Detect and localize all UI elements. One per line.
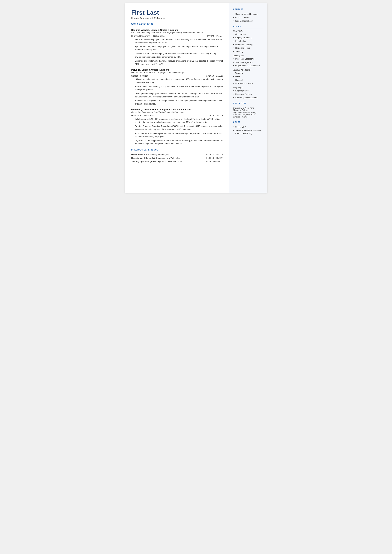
company-name-2: Polyhire, London, United Kingdom (131, 69, 224, 71)
education-block-1: University of New York Master of Science… (233, 107, 263, 118)
technique-talent: Talent Management (233, 61, 263, 64)
company-desc-2: NYSE-listed recruitment and employer bra… (131, 71, 224, 74)
previous-experience-table: Headhunter, ABC Company, London, UK 06/2… (131, 153, 224, 163)
bullet-1-4: Designed and implemented a new employee … (132, 59, 224, 66)
skill-employer-branding: Employer Branding (233, 36, 263, 39)
other-list: SHRM-SCP Senior Professional in Human Re… (233, 126, 263, 135)
company-title-2: Polyhire, (131, 69, 141, 71)
language-spanish: Spanish (Conversational) (233, 96, 263, 99)
other-header: OTHER (233, 121, 263, 124)
job-block-2: Polyhire, London, United Kingdom NYSE-li… (131, 69, 224, 105)
contact-location: Glasgow, United Kingdom (233, 13, 263, 16)
tool-adp: ADP Workforce Now (233, 82, 263, 85)
bullet-1-3: Assisted a team of 450+ employees with d… (132, 52, 224, 58)
prev-exp-row-3: Training Specialist (Internship), ABC, N… (131, 160, 224, 163)
bullet-list-3: Collaborated with 10+ HR managers to imp… (132, 118, 224, 145)
company-desc-3: Career training and membership SaaS with… (131, 111, 224, 113)
bullet-2-2: Initiated an innovative hiring policy th… (132, 85, 224, 91)
technique-personnel: Personnel Leadership (233, 57, 263, 61)
bullet-1-2: Spearheaded a dynamic employee recogniti… (132, 45, 224, 51)
bullet-3-4: Organized screening processes to ensure … (132, 139, 224, 145)
company-desc-1: Education technology startup with 50+ em… (131, 31, 224, 34)
edu-school-1: University of New York (233, 107, 263, 109)
bullet-3-2: Created Standard Operating Procedures (S… (132, 125, 224, 131)
contact-phone: +44 1234567890 (233, 16, 263, 19)
bullet-3-3: Introduced an automated system to monito… (132, 132, 224, 138)
skill-hiring-firing: Hiring and Firing (233, 47, 263, 49)
prev-exp-dates-2: 01/2016 – 05/2017 (182, 156, 224, 160)
candidate-job-title: Human Resources (HR) Manager (131, 17, 224, 19)
bullet-2-4: Identified 430+ applicants to occupy dif… (132, 99, 224, 105)
prev-exp-role-3: Training Specialist (Internship), ABC, N… (131, 160, 182, 163)
technique-org-dev: Organizational Development (233, 64, 263, 67)
bullet-2-3: Developed new employment criteria based … (132, 92, 224, 98)
edu-dates-1: 10/2011 - 06/2014 (233, 116, 263, 118)
role-title-1: Human Resources (HR) Manager (131, 35, 165, 37)
language-romanian: Romanian (Native) (233, 93, 263, 96)
bullet-1-1: Reduced 88% of employee churn turnover b… (132, 38, 224, 44)
techniques-label: Techniques: (233, 55, 263, 57)
company-title-1: Resume Worded, (131, 29, 150, 31)
edu-location-1: New York City, New York (233, 113, 263, 116)
skill-onboarding: Onboarding (233, 33, 263, 36)
company-rest-3: London, United Kingdom & Barcelona, Spai… (142, 108, 191, 111)
role-dates-3: 11/2018 – 09/2019 (206, 114, 223, 117)
bullet-list-1: Reduced 88% of employee churn turnover b… (132, 38, 224, 66)
role-line-2: Senior Recruiter 10/2019 – 07/2021 (131, 75, 224, 77)
skills-header: SKILLS (233, 26, 263, 28)
prev-exp-row-2: Recruitment Officer, XYZ Company, New Yo… (131, 156, 224, 160)
tool-workday: Workday (233, 72, 263, 75)
languages-list: English (Native) Romanian (Native) Spani… (233, 89, 263, 99)
skill-workforce-planning: Workforce Planning (233, 43, 263, 46)
prev-exp-row-1: Headhunter, ABC Company, London, UK 06/2… (131, 153, 224, 156)
skill-interviewing: Interviewing (233, 40, 263, 43)
previous-experience-header: PREVIOUS EXPERIENCE (131, 149, 224, 152)
bullet-3-1: Collaborated with 10+ HR managers to imp… (132, 118, 224, 124)
bullet-2-1: Utilized mediation methods to resolve th… (132, 78, 224, 84)
prev-exp-role-1: Headhunter, ABC Company, London, UK (131, 153, 182, 156)
job-block-1: Resume Worded, London, United Kingdom Ed… (131, 29, 224, 66)
contact-list: Glasgow, United Kingdom +44 1234567890 f… (233, 13, 263, 22)
company-title-3: Growthsi, (131, 108, 142, 111)
role-line-1: Human Resources (HR) Manager 08/2021 – P… (131, 35, 224, 37)
contact-header: CONTACT (233, 8, 263, 11)
contact-email: first.last@gmail.com (233, 20, 263, 23)
role-title-3: Placement Coordinator (131, 114, 155, 117)
candidate-name: First Last (131, 9, 224, 16)
company-rest-1: London, United Kingdom (150, 29, 178, 31)
education-header: EDUCATION (233, 102, 263, 105)
languages-label: Languages: (233, 87, 263, 89)
sidebar: CONTACT Glasgow, United Kingdom +44 1234… (229, 3, 267, 193)
work-experience-header: WORK EXPERIENCE (131, 23, 224, 26)
prev-exp-dates-3: 07/2014 – 12/2015 (182, 160, 224, 163)
role-line-3: Placement Coordinator 11/2018 – 09/2019 (131, 114, 224, 117)
language-english: English (Native) (233, 89, 263, 92)
company-rest-2: London, United Kingdom (141, 69, 169, 71)
hard-skills-label: Hard Skills: (233, 30, 263, 32)
prev-exp-dates-1: 06/2017 – 10/2018 (182, 153, 224, 156)
other-shrm: SHRM-SCP (233, 126, 263, 129)
bullet-list-2: Utilized mediation methods to resolve th… (132, 78, 224, 105)
tool-hris: HRIS (233, 75, 263, 78)
resume-container: First Last Human Resources (HR) Manager … (125, 3, 267, 193)
role-dates-1: 08/2021 – Present (207, 35, 223, 37)
edu-degree-1: Master of Science (233, 109, 263, 111)
role-dates-2: 10/2019 – 07/2021 (206, 75, 223, 77)
tools-label: Tools and Software: (233, 69, 263, 71)
company-name-3: Growthsi, London, United Kingdom & Barce… (131, 108, 224, 111)
main-column: First Last Human Resources (HR) Manager … (125, 3, 229, 193)
tool-hubstaff: Hubstaff (233, 79, 263, 82)
hard-skills-list: Onboarding Employer Branding Interviewin… (233, 33, 263, 53)
tools-list: Workday HRIS Hubstaff ADP Workforce Now (233, 72, 263, 85)
edu-field-1: Organizational Psychology (233, 111, 263, 113)
other-sphr: Senior Professional in Human Resources (… (233, 129, 263, 135)
prev-exp-role-2: Recruitment Officer, XYZ Company, New Yo… (131, 156, 182, 160)
role-title-2: Senior Recruiter (131, 75, 148, 77)
job-block-3: Growthsi, London, United Kingdom & Barce… (131, 108, 224, 145)
company-name-1: Resume Worded, London, United Kingdom (131, 29, 224, 31)
skill-sourcing: Sourcing (233, 50, 263, 53)
techniques-list: Personnel Leadership Talent Management O… (233, 57, 263, 67)
